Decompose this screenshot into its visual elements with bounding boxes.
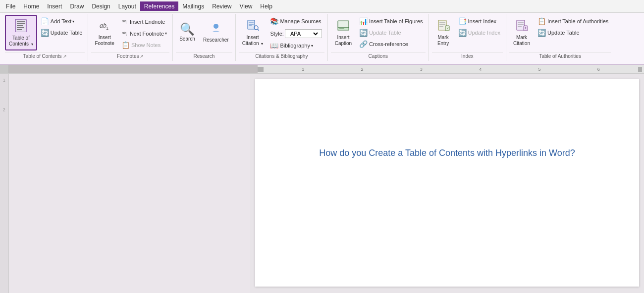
- next-footnote-button[interactable]: ab↓ Next Footnote ▾: [119, 28, 169, 39]
- menu-review[interactable]: Review: [208, 1, 235, 11]
- index-group-label: Index: [432, 52, 503, 60]
- footnotes-group-label-text: Footnotes: [117, 53, 139, 59]
- footnotes-content: ab 1 InsertFootnote abi Insert Endnote: [91, 15, 169, 51]
- insert-table-of-figures-button[interactable]: 📊 Insert Table of Figures: [357, 16, 426, 27]
- group-toc-content: Table ofContents ▾ 📄 Add Text ▾ 🔄 Update…: [5, 15, 85, 51]
- footnotes-expand-icon[interactable]: ↗: [140, 54, 144, 59]
- captions-small-group: 📊 Insert Table of Figures 🔄 Update Table…: [357, 15, 426, 49]
- group-index: ✓ MarkEntry 📑 Insert Index 🔄 Update Inde…: [429, 14, 506, 61]
- menu-view[interactable]: View: [236, 1, 257, 11]
- menu-help[interactable]: Help: [256, 1, 276, 11]
- update-index-icon: 🔄: [458, 29, 467, 37]
- search-button[interactable]: 🔍 Search: [176, 15, 199, 50]
- insert-table-of-figures-icon: 📊: [359, 17, 368, 25]
- menu-file[interactable]: File: [2, 1, 19, 11]
- svg-text:✦: ✦: [524, 26, 527, 30]
- manage-sources-button[interactable]: 📚 Manage Sources: [268, 16, 324, 27]
- ribbon-groups: Table ofContents ▾ 📄 Add Text ▾ 🔄 Update…: [2, 14, 642, 61]
- insert-endnote-label: Insert Endnote: [130, 19, 165, 25]
- document-area: 1 2 How do you Create a Table of Content…: [0, 74, 644, 293]
- update-table-captions-icon: 🔄: [359, 29, 368, 37]
- toc-icon: [14, 18, 28, 34]
- insert-toa-icon: 📋: [537, 17, 546, 25]
- update-toa-icon: 🔄: [537, 29, 546, 37]
- toa-content: ✦ MarkCitation 📋 Insert Table of Authori…: [509, 15, 611, 51]
- style-selector[interactable]: Style: APA MLA Chicago: [268, 27, 324, 40]
- insert-endnote-icon: abi: [121, 17, 128, 26]
- ruler: 123456: [0, 65, 644, 74]
- next-footnote-arrow: ▾: [165, 31, 167, 36]
- captions-content: InsertCaption 📊 Insert Table of Figures …: [331, 15, 426, 51]
- search-label: Search: [179, 36, 195, 42]
- research-group-label-text: Research: [193, 53, 215, 59]
- insert-table-of-figures-label: Insert Table of Figures: [369, 18, 423, 24]
- insert-caption-button[interactable]: InsertCaption: [331, 15, 356, 50]
- toa-group-label: Table of Authorities: [509, 52, 611, 60]
- mark-entry-icon: ✓: [437, 19, 450, 34]
- show-notes-label: Show Notes: [131, 42, 161, 48]
- menu-draw[interactable]: Draw: [66, 1, 88, 11]
- bibliography-button[interactable]: 📖 Bibliography ▾: [268, 40, 324, 51]
- index-group-label-text: Index: [461, 53, 473, 59]
- show-notes-button: 📋 Show Notes: [119, 40, 169, 50]
- menu-home[interactable]: Home: [19, 1, 43, 11]
- menu-insert[interactable]: Insert: [43, 1, 66, 11]
- menu-layout[interactable]: Layout: [114, 1, 140, 11]
- svg-text:✓: ✓: [446, 26, 449, 30]
- citations-small-group: 📚 Manage Sources Style: APA MLA Chicago: [268, 15, 324, 51]
- toc-button[interactable]: Table ofContents ▾: [5, 15, 37, 50]
- menu-design[interactable]: Design: [88, 1, 114, 11]
- add-text-icon: 📄: [41, 17, 49, 25]
- toc-expand-icon[interactable]: ↗: [63, 54, 67, 59]
- insert-index-icon: 📑: [458, 17, 467, 25]
- insert-index-button[interactable]: 📑 Insert Index: [456, 16, 503, 27]
- style-dropdown[interactable]: APA MLA Chicago: [285, 29, 322, 38]
- citations-content: InsertCitation ▾ 📚 Manage Sources Style:…: [239, 15, 324, 51]
- menu-references[interactable]: References: [140, 1, 178, 11]
- style-label: Style:: [270, 31, 284, 37]
- ruler-main: 123456: [258, 65, 644, 73]
- document-title: How do you Create a Table of Contents wi…: [295, 148, 599, 158]
- insert-toa-button[interactable]: 📋 Insert Table of Authorities: [535, 16, 611, 27]
- insert-citation-button[interactable]: InsertCitation ▾: [239, 15, 267, 50]
- add-text-button[interactable]: 📄 Add Text ▾: [38, 16, 85, 27]
- manage-sources-label: Manage Sources: [280, 18, 321, 24]
- cross-reference-button[interactable]: 🔗 Cross-reference: [357, 39, 426, 49]
- mark-entry-button[interactable]: ✓ MarkEntry: [432, 15, 455, 50]
- ruler-corner: [0, 65, 9, 73]
- svg-text:ab: ab: [100, 22, 107, 29]
- research-content: 🔍 Search Researcher: [176, 15, 232, 51]
- researcher-button[interactable]: Researcher: [200, 15, 232, 50]
- ruler-marker-left: [258, 67, 264, 72]
- ribbon: Table ofContents ▾ 📄 Add Text ▾ 🔄 Update…: [0, 13, 644, 65]
- ruler-marks: 123456: [264, 67, 638, 72]
- insert-index-label: Insert Index: [468, 18, 496, 24]
- insert-caption-label: InsertCaption: [335, 35, 352, 47]
- toc-group-label: Table of Contents ↗: [5, 52, 85, 60]
- update-table-toc-icon: 🔄: [41, 29, 49, 37]
- svg-text:↓: ↓: [126, 33, 127, 36]
- insert-footnote-button[interactable]: ab 1 InsertFootnote: [91, 15, 117, 50]
- insert-citation-label: InsertCitation ▾: [242, 35, 264, 47]
- svg-rect-13: [248, 20, 255, 29]
- cross-reference-icon: 🔗: [359, 40, 368, 48]
- svg-text:i: i: [126, 21, 126, 24]
- insert-caption-icon: [337, 19, 350, 34]
- mark-entry-label: MarkEntry: [437, 35, 449, 47]
- researcher-label: Researcher: [203, 37, 229, 43]
- svg-text:1: 1: [106, 26, 108, 31]
- update-toa-label: Update Table: [547, 30, 580, 36]
- style-select-input[interactable]: APA MLA Chicago: [287, 30, 320, 37]
- update-table-captions-button: 🔄 Update Table: [357, 27, 426, 38]
- vertical-ruler: 1 2: [0, 74, 9, 293]
- menu-mailings[interactable]: Mailings: [178, 1, 208, 11]
- bibliography-icon: 📖: [270, 42, 278, 49]
- index-small-group: 📑 Insert Index 🔄 Update Index: [456, 15, 503, 38]
- update-table-toc-button[interactable]: 🔄 Update Table: [38, 27, 85, 38]
- group-footnotes: ab 1 InsertFootnote abi Insert Endnote: [88, 14, 173, 61]
- mark-citation-button[interactable]: ✦ MarkCitation: [509, 15, 534, 50]
- ruler-marker-right: [638, 67, 642, 72]
- insert-endnote-button[interactable]: abi Insert Endnote: [119, 16, 169, 27]
- update-toa-button[interactable]: 🔄 Update Table: [535, 27, 611, 38]
- svg-point-12: [214, 24, 218, 29]
